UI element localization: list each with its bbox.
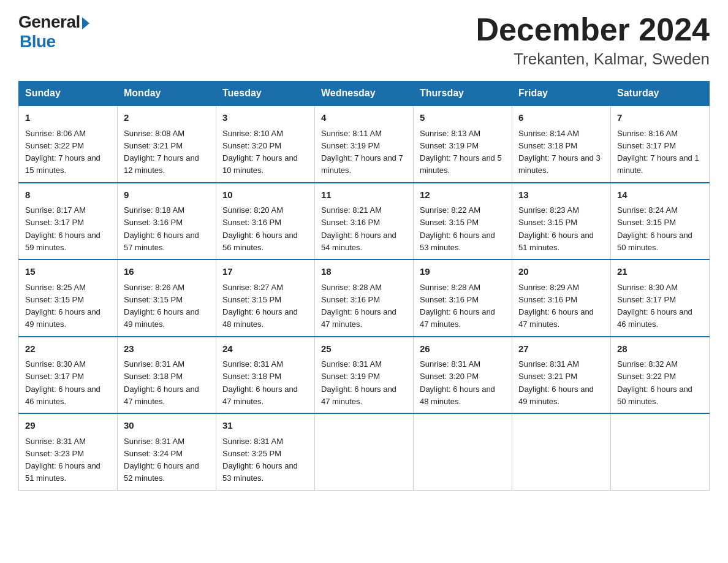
day-sunset: Sunset: 3:17 PM — [25, 372, 84, 381]
day-daylight: Daylight: 6 hours and 52 minutes. — [124, 461, 199, 483]
calendar-day-cell — [611, 413, 710, 490]
calendar-day-cell: 29Sunrise: 8:31 AMSunset: 3:23 PMDayligh… — [19, 413, 118, 490]
day-sunset: Sunset: 3:18 PM — [222, 372, 281, 381]
calendar-day-cell: 14Sunrise: 8:24 AMSunset: 3:15 PMDayligh… — [611, 183, 710, 260]
day-sunrise: Sunrise: 8:18 AM — [124, 205, 184, 215]
calendar-day-cell: 11Sunrise: 8:21 AMSunset: 3:16 PMDayligh… — [315, 183, 414, 260]
day-number: 26 — [420, 342, 506, 356]
day-number: 23 — [124, 342, 210, 356]
day-number: 6 — [518, 111, 604, 125]
day-number: 31 — [222, 419, 308, 433]
day-sunset: Sunset: 3:19 PM — [321, 372, 380, 381]
logo-blue-text: Blue — [20, 32, 56, 52]
calendar-day-cell: 7Sunrise: 8:16 AMSunset: 3:17 PMDaylight… — [611, 105, 710, 183]
day-number: 15 — [25, 265, 111, 279]
day-daylight: Daylight: 7 hours and 10 minutes. — [222, 153, 298, 175]
day-number: 5 — [420, 111, 506, 125]
day-sunrise: Sunrise: 8:31 AM — [420, 359, 480, 369]
day-number: 2 — [124, 111, 210, 125]
day-number: 21 — [617, 265, 703, 279]
day-sunset: Sunset: 3:15 PM — [25, 295, 84, 304]
day-daylight: Daylight: 6 hours and 47 minutes. — [222, 385, 298, 406]
day-sunset: Sunset: 3:16 PM — [124, 218, 183, 227]
day-sunset: Sunset: 3:21 PM — [518, 372, 577, 381]
day-sunset: Sunset: 3:15 PM — [222, 295, 281, 304]
day-number: 16 — [124, 265, 210, 279]
day-sunset: Sunset: 3:16 PM — [321, 218, 380, 227]
day-daylight: Daylight: 6 hours and 47 minutes. — [420, 307, 495, 329]
day-sunset: Sunset: 3:18 PM — [124, 372, 183, 381]
calendar-day-cell: 23Sunrise: 8:31 AMSunset: 3:18 PMDayligh… — [118, 337, 216, 414]
day-number: 30 — [124, 419, 210, 433]
day-number: 9 — [124, 188, 210, 202]
calendar-day-cell: 3Sunrise: 8:10 AMSunset: 3:20 PMDaylight… — [216, 105, 315, 183]
day-number: 11 — [321, 188, 407, 202]
calendar-day-cell: 18Sunrise: 8:28 AMSunset: 3:16 PMDayligh… — [315, 259, 414, 337]
calendar-day-cell: 6Sunrise: 8:14 AMSunset: 3:18 PMDaylight… — [512, 105, 611, 183]
day-sunset: Sunset: 3:19 PM — [420, 141, 479, 150]
day-daylight: Daylight: 6 hours and 48 minutes. — [222, 307, 298, 329]
day-daylight: Daylight: 6 hours and 51 minutes. — [25, 461, 100, 483]
day-daylight: Daylight: 7 hours and 15 minutes. — [25, 153, 100, 175]
calendar-day-cell — [414, 413, 512, 490]
calendar-day-cell: 25Sunrise: 8:31 AMSunset: 3:19 PMDayligh… — [315, 337, 414, 414]
day-sunset: Sunset: 3:15 PM — [124, 295, 183, 304]
day-sunset: Sunset: 3:23 PM — [25, 449, 84, 458]
day-number: 3 — [222, 111, 308, 125]
day-sunset: Sunset: 3:15 PM — [420, 218, 479, 227]
month-title: December 2024 — [476, 12, 710, 47]
logo: General Blue — [18, 12, 89, 52]
calendar-week-row: 29Sunrise: 8:31 AMSunset: 3:23 PMDayligh… — [19, 413, 710, 490]
day-number: 1 — [25, 111, 111, 125]
day-sunrise: Sunrise: 8:21 AM — [321, 205, 382, 215]
day-number: 18 — [321, 265, 407, 279]
title-block: December 2024 Trekanten, Kalmar, Sweden — [476, 12, 710, 69]
day-sunset: Sunset: 3:20 PM — [420, 372, 479, 381]
calendar-week-row: 8Sunrise: 8:17 AMSunset: 3:17 PMDaylight… — [19, 183, 710, 260]
calendar-day-cell: 2Sunrise: 8:08 AMSunset: 3:21 PMDaylight… — [118, 105, 216, 183]
day-sunset: Sunset: 3:15 PM — [617, 218, 676, 227]
day-sunrise: Sunrise: 8:31 AM — [124, 437, 184, 446]
day-sunrise: Sunrise: 8:31 AM — [124, 359, 184, 369]
day-sunrise: Sunrise: 8:23 AM — [518, 205, 579, 215]
day-sunrise: Sunrise: 8:16 AM — [617, 129, 678, 138]
day-sunrise: Sunrise: 8:10 AM — [222, 129, 283, 138]
calendar-day-cell: 22Sunrise: 8:30 AMSunset: 3:17 PMDayligh… — [19, 337, 118, 414]
calendar-day-cell: 24Sunrise: 8:31 AMSunset: 3:18 PMDayligh… — [216, 337, 315, 414]
calendar-day-cell: 15Sunrise: 8:25 AMSunset: 3:15 PMDayligh… — [19, 259, 118, 337]
col-friday: Friday — [512, 82, 611, 106]
day-daylight: Daylight: 6 hours and 49 minutes. — [25, 307, 100, 329]
day-sunrise: Sunrise: 8:31 AM — [222, 437, 283, 446]
calendar-day-cell: 13Sunrise: 8:23 AMSunset: 3:15 PMDayligh… — [512, 183, 611, 260]
day-number: 4 — [321, 111, 407, 125]
day-number: 25 — [321, 342, 407, 356]
day-daylight: Daylight: 7 hours and 1 minute. — [617, 153, 699, 175]
day-sunrise: Sunrise: 8:13 AM — [420, 129, 480, 138]
col-thursday: Thursday — [414, 82, 512, 106]
day-sunrise: Sunrise: 8:25 AM — [25, 283, 86, 292]
day-sunset: Sunset: 3:21 PM — [124, 141, 183, 150]
day-daylight: Daylight: 6 hours and 59 minutes. — [25, 231, 100, 252]
calendar-day-cell: 4Sunrise: 8:11 AMSunset: 3:19 PMDaylight… — [315, 105, 414, 183]
day-sunrise: Sunrise: 8:30 AM — [25, 359, 86, 369]
col-sunday: Sunday — [19, 82, 118, 106]
day-number: 27 — [518, 342, 604, 356]
day-sunrise: Sunrise: 8:14 AM — [518, 129, 579, 138]
day-daylight: Daylight: 6 hours and 50 minutes. — [617, 385, 692, 406]
col-tuesday: Tuesday — [216, 82, 315, 106]
day-daylight: Daylight: 6 hours and 53 minutes. — [420, 231, 495, 252]
day-sunrise: Sunrise: 8:20 AM — [222, 205, 283, 215]
location-title: Trekanten, Kalmar, Sweden — [476, 50, 710, 69]
day-daylight: Daylight: 6 hours and 57 minutes. — [124, 231, 199, 252]
day-daylight: Daylight: 7 hours and 3 minutes. — [518, 153, 601, 175]
day-daylight: Daylight: 6 hours and 53 minutes. — [222, 461, 298, 483]
day-number: 19 — [420, 265, 506, 279]
calendar-day-cell: 17Sunrise: 8:27 AMSunset: 3:15 PMDayligh… — [216, 259, 315, 337]
day-number: 7 — [617, 111, 703, 125]
day-number: 8 — [25, 188, 111, 202]
day-daylight: Daylight: 6 hours and 47 minutes. — [124, 385, 199, 406]
day-sunset: Sunset: 3:22 PM — [617, 372, 676, 381]
logo-arrow-icon — [82, 17, 89, 29]
day-number: 12 — [420, 188, 506, 202]
calendar-week-row: 15Sunrise: 8:25 AMSunset: 3:15 PMDayligh… — [19, 259, 710, 337]
